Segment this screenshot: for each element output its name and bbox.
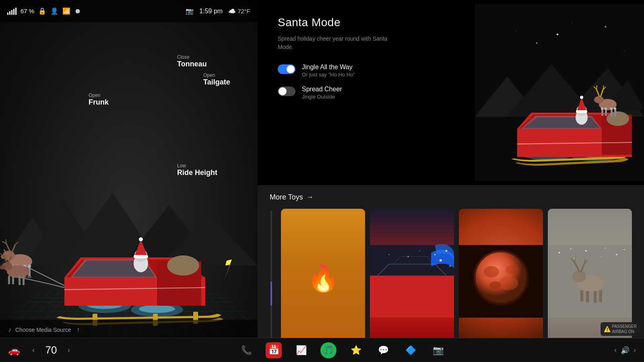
more-toys-header[interactable]: More Toys → (270, 193, 632, 202)
svg-point-125 (572, 271, 586, 282)
taskbar-center: 📞 11 📅 📈 🎵 ⭐ 💬 🔷 📷 (238, 342, 446, 358)
svg-point-44 (28, 265, 31, 268)
signal-bar-5 (15, 8, 17, 15)
volume-controls: ‹ 🔊 › (614, 346, 636, 355)
speed-value: 70 (41, 344, 61, 356)
svg-point-8 (139, 305, 175, 313)
music-note-icon: ♪ (8, 326, 11, 333)
svg-text:·: · (624, 49, 625, 53)
frunk-label[interactable]: Open Frunk (89, 93, 109, 107)
camera-taskbar-app[interactable]: 📷 (430, 342, 446, 358)
status-bar: 67 % 🔒 👤 📶 ⏺ 📷 1:59 pm ☁️ 72°F (0, 0, 258, 22)
speed-down-button[interactable]: ‹ (32, 346, 35, 354)
more-toys-arrow: → (306, 193, 314, 202)
svg-rect-133 (586, 291, 589, 302)
signal-bar-4 (13, 9, 14, 15)
svg-point-105 (419, 250, 420, 251)
svg-point-122 (601, 256, 602, 257)
media-expand-arrow[interactable]: ↑ (77, 326, 80, 333)
svg-point-23 (139, 237, 143, 241)
spotify-app[interactable]: 🎵 (320, 342, 336, 358)
airbag-text: PASSENGERAIRBAG ON (612, 324, 637, 334)
svg-point-120 (616, 254, 617, 255)
passenger-airbag-label: ⚠️ PASSENGERAIRBAG ON (601, 322, 640, 336)
phone-app[interactable]: 📞 (238, 342, 254, 358)
svg-line-29 (2, 241, 6, 243)
scroll-track (270, 210, 272, 352)
svg-rect-135 (599, 290, 602, 302)
santa-info: Santa Mode Spread holiday cheer year rou… (278, 16, 624, 108)
speed-up-button[interactable]: › (68, 346, 70, 354)
svg-point-102 (446, 250, 448, 252)
toys-grid: 🔥 Romance (270, 209, 632, 354)
svg-rect-51 (8, 276, 10, 284)
tailgate-label[interactable]: Open Tailgate (203, 72, 230, 86)
svg-rect-52 (12, 276, 14, 284)
scroll-thumb (270, 282, 272, 306)
spread-cheer-toggle-knob (279, 87, 287, 95)
svg-point-117 (570, 248, 572, 249)
svg-rect-22 (134, 255, 148, 258)
svg-rect-99 (370, 276, 454, 318)
santa-mode-description: Spread holiday cheer year round with San… (278, 35, 390, 51)
media-source-text: Choose Media Source (15, 327, 71, 333)
volume-icon: 🔊 (621, 346, 630, 355)
svg-line-28 (6, 243, 10, 251)
starred-app[interactable]: ⭐ (348, 342, 364, 358)
svg-rect-74 (576, 110, 587, 113)
toy-card-romance[interactable]: 🔥 Romance (281, 209, 365, 354)
toy-card-mars[interactable]: Mars (459, 209, 543, 354)
battery-percentage: 67 % (21, 8, 34, 14)
svg-point-116 (559, 252, 560, 253)
jingle-toggle[interactable] (278, 64, 295, 74)
cloud-icon: ☁️ (228, 8, 236, 15)
spread-cheer-toggle-text: Spread Cheer Jingle Outside (302, 86, 342, 100)
svg-point-110 (484, 266, 499, 278)
stocks-app[interactable]: 📈 (293, 342, 309, 358)
signal-bar-3 (11, 10, 12, 15)
calendar-app[interactable]: 11 📅 (266, 342, 282, 358)
volume-back-button[interactable]: ‹ (614, 346, 617, 354)
svg-point-106 (388, 254, 390, 255)
svg-point-104 (407, 256, 409, 257)
jingle-toggle-knob (287, 65, 295, 73)
svg-rect-53 (19, 276, 21, 285)
messages-app[interactable]: 💬 (375, 342, 391, 358)
svg-point-111 (499, 276, 518, 290)
left-panel: 67 % 🔒 👤 📶 ⏺ 📷 1:59 pm ☁️ 72°F Open Frun… (0, 0, 258, 362)
frunk-action: Open (89, 93, 109, 98)
ride-height-name: Ride Height (177, 169, 217, 177)
record-icon: ⏺ (74, 8, 81, 15)
ride-height-level: Low (177, 163, 217, 169)
ride-height-label[interactable]: Low Ride Height (177, 163, 217, 177)
taskbar-right: ‹ 🔊 › (614, 346, 636, 355)
temperature: 72°F (237, 8, 250, 14)
mars-svg (459, 209, 543, 354)
svg-point-103 (450, 265, 451, 267)
media-bar[interactable]: ♪ Choose Media Source ↑ (0, 320, 258, 340)
santa-mode-panel: Santa Mode Spread holiday cheer year rou… (258, 0, 644, 185)
volume-forward-button[interactable]: › (634, 346, 636, 354)
tonneau-label[interactable]: Close Tonneau (177, 54, 207, 68)
svg-rect-54 (23, 276, 25, 285)
svg-point-112 (489, 282, 501, 289)
car-icon[interactable]: 🚗 (8, 345, 20, 356)
taskbar-left: 🚗 ‹ 70 › (8, 344, 70, 356)
tailgate-action: Open (203, 72, 230, 78)
bluetooth-app[interactable]: 🔷 (402, 342, 419, 358)
airbag-icon: ⚠️ (604, 326, 611, 332)
toys-scroll-sidebar (270, 209, 273, 354)
profile-icon: 👤 (50, 7, 58, 15)
camera-status-icon: 📷 (186, 7, 194, 15)
weather-display: ☁️ 72°F (228, 8, 250, 15)
spread-cheer-label: Spread Cheer (302, 86, 342, 93)
time-display: 1:59 pm (199, 8, 223, 15)
signal-bar-1 (7, 12, 8, 15)
spread-cheer-toggle-row: Spread Cheer Jingle Outside (278, 86, 624, 100)
frunk-name: Frunk (89, 98, 109, 107)
toy-card-sketchpad[interactable]: Sketchpad (370, 209, 454, 354)
spread-cheer-toggle[interactable] (278, 86, 295, 96)
santa-mode-title: Santa Mode (278, 16, 624, 29)
tonneau-action: Close (177, 54, 207, 60)
romance-fire-icon: 🔥 (307, 263, 339, 294)
